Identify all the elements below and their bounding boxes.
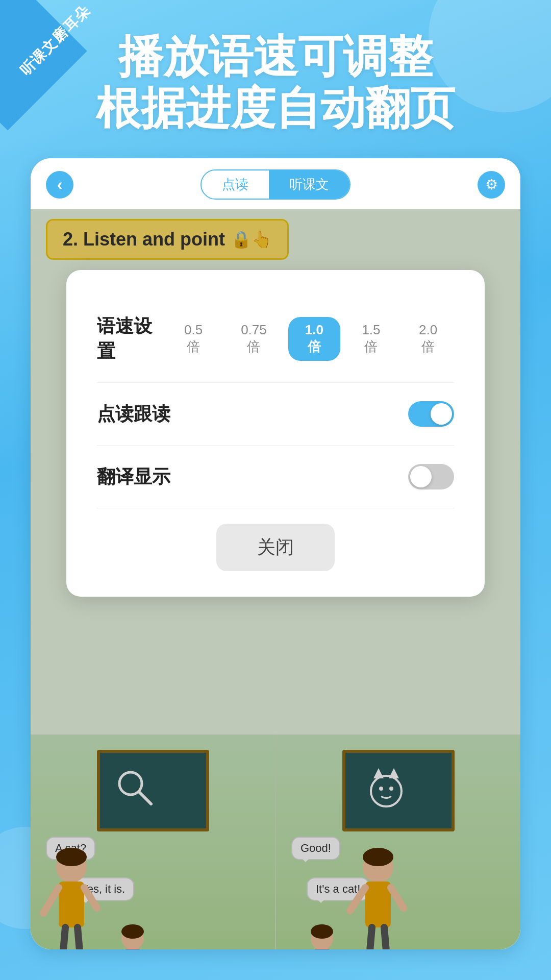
speed-options: 0.5倍 0.75倍 1.0倍 1.5倍 2.0倍 <box>167 317 454 361</box>
top-bar: ‹ 点读 听课文 ⚙ <box>31 158 520 209</box>
modal-overlay: 语速设置 0.5倍 0.75倍 1.0倍 1.5倍 2.0倍 点读跟读 <box>31 209 520 949</box>
speed-1-0x[interactable]: 1.0倍 <box>288 317 340 361</box>
speed-2-0x[interactable]: 2.0倍 <box>402 317 454 361</box>
speed-1-5x[interactable]: 1.5倍 <box>345 317 397 361</box>
toggle-knob-translate <box>410 466 432 487</box>
back-button[interactable]: ‹ <box>46 171 73 199</box>
hero-line2: 根据进度自动翻页 <box>96 83 455 133</box>
speed-0-75x[interactable]: 0.75倍 <box>224 317 283 361</box>
settings-modal: 语速设置 0.5倍 0.75倍 1.0倍 1.5倍 2.0倍 点读跟读 <box>66 270 485 597</box>
settings-icon: ⚙ <box>485 176 498 193</box>
tab-read[interactable]: 点读 <box>202 170 269 199</box>
follow-read-row: 点读跟读 <box>97 383 454 446</box>
follow-read-label: 点读跟读 <box>97 402 170 427</box>
device-frame: ‹ 点读 听课文 ⚙ 2. Listen and point 🔒👆 <box>31 158 520 949</box>
toggle-knob-follow <box>431 403 452 425</box>
speed-label: 语速设置 <box>97 314 167 364</box>
speed-0-5x[interactable]: 0.5倍 <box>167 317 219 361</box>
hero-line1: 播放语速可调整 <box>118 31 433 82</box>
tab-group: 点读 听课文 <box>201 169 350 200</box>
tab-listen[interactable]: 听课文 <box>269 170 349 199</box>
back-icon: ‹ <box>57 175 63 194</box>
speed-setting-row: 语速设置 0.5倍 0.75倍 1.0倍 1.5倍 2.0倍 <box>97 296 454 383</box>
follow-read-toggle[interactable] <box>408 401 454 427</box>
page-content: 2. Listen and point 🔒👆 A cat? Yes, it is… <box>31 209 520 949</box>
translate-label: 翻译显示 <box>97 464 170 489</box>
close-button[interactable]: 关闭 <box>216 524 335 571</box>
settings-button[interactable]: ⚙ <box>478 171 505 199</box>
translate-toggle[interactable] <box>408 464 454 489</box>
translate-row: 翻译显示 <box>97 446 454 508</box>
close-btn-wrap: 关闭 <box>97 524 454 571</box>
